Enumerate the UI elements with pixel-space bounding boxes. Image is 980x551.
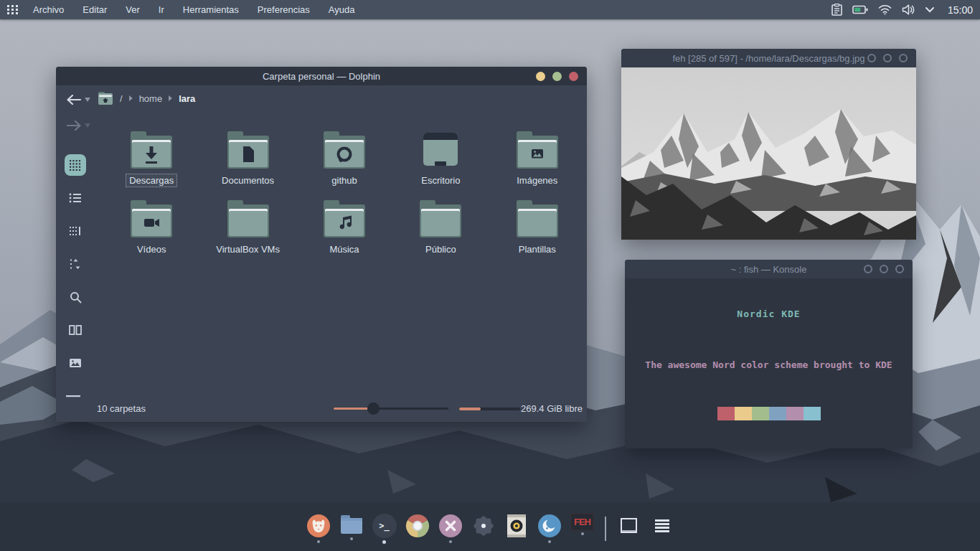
folder-escritorio[interactable]: Escritorio <box>392 130 489 187</box>
menu-archivo[interactable]: Archivo <box>33 4 64 15</box>
dock-menu[interactable] <box>647 514 677 537</box>
konsole-titlebar[interactable]: ~ : fish — Konsole <box>625 260 913 278</box>
global-menu: Archivo Editar Ver Ir Herramientas Prefe… <box>33 4 354 15</box>
app-launcher-button[interactable] <box>0 0 24 19</box>
running-indicator <box>548 540 551 543</box>
sort-button[interactable] <box>65 253 86 275</box>
dock-firefox[interactable] <box>303 514 333 543</box>
minimize-button[interactable] <box>864 265 872 273</box>
breadcrumb-home[interactable]: home <box>139 93 163 104</box>
menu-preferencias[interactable]: Preferencias <box>258 4 310 15</box>
folder-image-icon <box>514 130 561 171</box>
breadcrumb-root[interactable]: / <box>120 93 123 104</box>
palette-swatch <box>786 407 804 420</box>
dock-files[interactable] <box>336 514 366 540</box>
feh-titlebar[interactable]: feh [285 of 597] - /home/lara/Descargas/… <box>621 49 916 67</box>
wifi-icon[interactable] <box>878 4 892 15</box>
dock-code[interactable] <box>435 514 465 543</box>
breadcrumb-lara[interactable]: lara <box>179 93 195 104</box>
folder-documentos[interactable]: Documentos <box>199 130 296 187</box>
caret-down-icon <box>85 123 90 128</box>
dock-terminal[interactable]: >_ <box>369 514 399 544</box>
running-indicator <box>350 537 353 540</box>
folder-download-icon <box>128 130 175 171</box>
clock[interactable]: 15:00 <box>948 4 973 16</box>
folder-descargas[interactable]: Descargas <box>103 130 199 187</box>
preview-button[interactable] <box>65 352 86 374</box>
chevron-right-icon <box>169 95 172 101</box>
sort-icon <box>70 258 81 270</box>
caret-down-icon[interactable] <box>85 98 90 102</box>
folder-musica[interactable]: Música <box>296 199 392 256</box>
folder-blue-icon <box>339 514 364 535</box>
disk-usage-bar <box>459 408 520 410</box>
folder-grid: Descargas Documentos github Escritorio I… <box>103 130 585 256</box>
grid-view-button[interactable] <box>65 154 86 176</box>
dock-music-player[interactable] <box>501 514 531 543</box>
arrow-left-icon <box>66 94 82 105</box>
folder-github[interactable]: github <box>296 130 392 187</box>
dock: >_ <box>303 511 677 551</box>
palette-swatch <box>735 407 752 420</box>
palette-swatch <box>717 407 735 420</box>
folder-label: Vídeos <box>133 242 169 256</box>
konsole-title: ~ : fish — Konsole <box>731 264 807 275</box>
clipboard-icon[interactable] <box>831 4 842 16</box>
desktop: Archivo Editar Ver Ir Herramientas Prefe… <box>0 0 980 551</box>
running-indicator <box>382 540 386 544</box>
dolphin-window: Carpeta personal — Dolphin <box>56 67 587 422</box>
minimize-button[interactable] <box>536 72 545 81</box>
folder-videos[interactable]: Vídeos <box>103 199 199 256</box>
compact-view-button[interactable] <box>65 220 86 242</box>
dock-chromium[interactable] <box>402 514 432 543</box>
maximize-button[interactable] <box>552 72 562 81</box>
search-button[interactable] <box>65 286 86 308</box>
chevron-down-icon[interactable] <box>925 6 935 13</box>
feh-icon: FEH <box>571 514 593 530</box>
zoom-slider-knob[interactable] <box>367 402 380 415</box>
folder-imagenes[interactable]: Imágenes <box>489 130 585 187</box>
maximize-button[interactable] <box>880 265 888 273</box>
speaker-icon <box>506 514 527 538</box>
menu-editar[interactable]: Editar <box>83 4 107 15</box>
menu-ver[interactable]: Ver <box>126 4 140 15</box>
folder-plantillas[interactable]: Plantillas <box>489 199 585 256</box>
nordic-subtitle: The awesome Nord color scheme brought to… <box>625 359 913 370</box>
dock-feh[interactable]: FEH <box>567 514 597 535</box>
forward-button[interactable] <box>66 120 90 131</box>
compact-view-icon <box>69 226 82 236</box>
zoom-slider[interactable] <box>334 408 448 410</box>
folder-virtualbox-vms[interactable]: VirtualBox VMs <box>199 199 296 256</box>
folder-publico[interactable]: Público <box>392 199 489 256</box>
volume-icon[interactable] <box>902 4 915 15</box>
terminal-output[interactable]: Nordic KDE The awesome Nord color scheme… <box>625 278 913 449</box>
split-button[interactable] <box>65 319 86 341</box>
minimize-button[interactable] <box>867 54 876 62</box>
zoom-slider-fill <box>334 408 368 410</box>
close-button[interactable] <box>895 265 904 273</box>
battery-icon[interactable] <box>852 5 868 14</box>
dock-chat[interactable] <box>534 514 564 543</box>
firefox-icon <box>306 514 331 538</box>
dolphin-titlebar[interactable]: Carpeta personal — Dolphin <box>56 67 587 85</box>
view-toolbar <box>62 154 89 374</box>
dock-show-desktop[interactable] <box>614 514 644 538</box>
close-button[interactable] <box>569 72 578 81</box>
menu-ayuda[interactable]: Ayuda <box>329 4 355 15</box>
running-indicator <box>317 540 320 543</box>
folder-count: 10 carpetas <box>97 403 146 414</box>
close-button[interactable] <box>899 54 908 62</box>
folder-label: github <box>328 174 360 187</box>
running-indicator <box>449 540 452 543</box>
dock-settings[interactable] <box>468 514 498 543</box>
home-folder-icon[interactable] <box>98 91 113 105</box>
folder-video-icon <box>128 199 175 240</box>
arrow-right-icon <box>66 120 82 131</box>
menu-herramientas[interactable]: Herramientas <box>183 4 239 15</box>
nordic-heading: Nordic KDE <box>625 309 913 319</box>
list-view-button[interactable] <box>65 187 86 209</box>
maximize-button[interactable] <box>883 54 892 62</box>
folder-label: Plantillas <box>515 242 560 256</box>
back-button[interactable] <box>66 94 90 105</box>
menu-ir[interactable]: Ir <box>159 4 164 15</box>
